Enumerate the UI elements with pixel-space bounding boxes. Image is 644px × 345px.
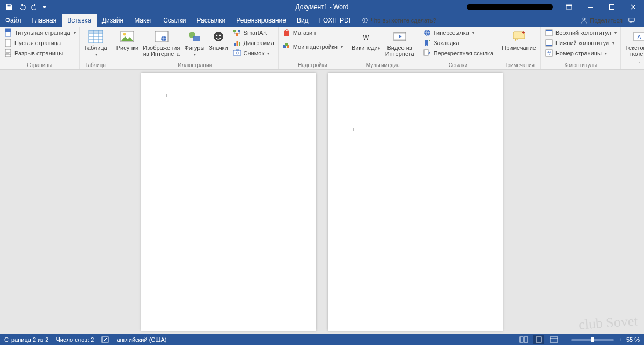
svg-text:W: W [363, 34, 369, 41]
cover-page-icon [4, 28, 12, 37]
tab-view[interactable]: Вид [291, 14, 314, 27]
tab-home[interactable]: Главная [27, 14, 62, 27]
wikipedia-icon: W [359, 29, 373, 44]
document-area[interactable]: ı ı [0, 70, 644, 334]
group-tables-label: Таблицы [82, 62, 109, 69]
zoom-out-button[interactable]: − [564, 336, 567, 343]
zoom-in-button[interactable]: + [618, 336, 621, 343]
ribbon-display-button[interactable] [558, 0, 580, 14]
document-title: Документ1 - Word [295, 3, 348, 11]
screenshot-button[interactable]: Снимок▾ [231, 48, 276, 58]
svg-rect-34 [234, 43, 236, 46]
svg-text:#: # [547, 50, 551, 56]
wikipedia-button[interactable]: W Википедия [349, 28, 383, 52]
chart-icon [233, 39, 241, 47]
share-label: Поделиться [590, 17, 623, 24]
tab-references[interactable]: Ссылки [158, 14, 191, 27]
pageno-icon: # [545, 49, 553, 57]
crossref-icon [423, 49, 431, 57]
tab-review[interactable]: Рецензирование [231, 14, 291, 27]
smartart-button[interactable]: SmartArt [231, 28, 276, 38]
comment-button[interactable]: + Примечание [500, 28, 538, 52]
window-controls [467, 0, 644, 14]
footer-button[interactable]: Нижний колонтитул▾ [543, 38, 618, 48]
title-bar: Документ1 - Word [0, 0, 644, 14]
icons-button[interactable]: Значки [207, 28, 230, 52]
cross-reference-button[interactable]: Перекрестная ссылка [421, 48, 495, 58]
tab-design[interactable]: Дизайн [97, 14, 129, 27]
page-break-button[interactable]: Разрыв страницы [2, 48, 77, 58]
svg-text:A: A [637, 34, 641, 40]
web-layout-button[interactable] [548, 335, 559, 344]
hyperlink-button[interactable]: Гиперссылка▾ [421, 28, 495, 38]
page-1[interactable]: ı [141, 73, 316, 331]
svg-rect-52 [546, 30, 552, 31]
blank-page-button[interactable]: Пустая страница [2, 38, 77, 48]
cover-page-button[interactable]: Титульная страница▾ [2, 28, 77, 38]
my-addins-button[interactable]: Мои надстройки▾ [281, 42, 345, 52]
minimize-button[interactable] [580, 0, 601, 14]
svg-rect-78 [550, 337, 558, 342]
svg-rect-48 [424, 50, 428, 55]
status-language[interactable]: английский (США) [116, 336, 166, 343]
tab-file[interactable]: Файл [0, 14, 27, 27]
ribbon: Титульная страница▾ Пустая страница Разр… [0, 27, 644, 70]
maximize-button[interactable] [601, 0, 623, 14]
bookmark-icon [423, 39, 431, 47]
tell-me-label: Что вы хотите сделать? [371, 17, 436, 24]
status-page[interactable]: Страница 2 из 2 [4, 336, 48, 343]
page-2[interactable]: ı [328, 73, 503, 331]
comments-pane-button[interactable] [628, 17, 640, 24]
ribbon-tabs: Файл Главная Вставка Дизайн Макет Ссылки… [0, 14, 644, 27]
save-button[interactable] [3, 1, 15, 13]
svg-rect-10 [5, 29, 11, 32]
group-links-label: Ссылки [421, 62, 495, 69]
online-video-button[interactable]: Видео изИнтернета [383, 28, 416, 58]
svg-rect-75 [520, 337, 523, 342]
qat-dropdown[interactable] [42, 1, 47, 13]
store-button[interactable]: Магазин [281, 28, 345, 38]
tab-foxit[interactable]: FOXIT PDF [314, 14, 358, 27]
group-illustrations: Рисунки Изображенияиз Интернета Фигуры▾ … [112, 27, 279, 69]
svg-rect-13 [5, 54, 11, 57]
comment-icon: + [512, 29, 526, 44]
bookmark-button[interactable]: Закладка [421, 38, 495, 48]
svg-rect-37 [233, 50, 241, 55]
print-layout-button[interactable] [533, 335, 544, 344]
share-button[interactable]: Поделиться [580, 17, 623, 24]
tab-insert[interactable]: Вставка [62, 14, 97, 27]
close-button[interactable] [623, 0, 644, 14]
online-pictures-button[interactable]: Изображенияиз Интернета [141, 28, 182, 58]
tell-me-search[interactable]: Что вы хотите сделать? [361, 14, 436, 27]
zoom-level[interactable]: 55 % [626, 336, 640, 343]
svg-rect-36 [239, 42, 240, 46]
svg-rect-54 [546, 45, 552, 46]
zoom-slider[interactable] [571, 339, 614, 341]
group-hf-label: Колонтитулы [543, 62, 618, 69]
textbox-button[interactable]: A Текстовоеполе ▾ [623, 28, 644, 58]
pictures-icon [120, 29, 134, 44]
svg-rect-42 [285, 43, 288, 46]
shapes-button[interactable]: Фигуры▾ [182, 28, 207, 58]
svg-point-30 [219, 35, 221, 36]
page-number-button[interactable]: #Номер страницы▾ [543, 48, 618, 58]
chart-button[interactable]: Диаграмма [231, 38, 276, 48]
redo-button[interactable] [29, 1, 41, 13]
group-tables: Таблица▾ Таблицы [80, 27, 112, 69]
collapse-ribbon-button[interactable]: ˆ [639, 62, 641, 68]
pictures-button[interactable]: Рисунки [114, 28, 141, 52]
table-button[interactable]: Таблица▾ [82, 28, 109, 58]
svg-text:+: + [522, 30, 525, 35]
svg-rect-32 [238, 30, 240, 32]
status-words[interactable]: Число слов: 2 [56, 336, 94, 343]
status-proofing-icon[interactable] [101, 336, 109, 343]
svg-rect-21 [89, 30, 103, 33]
header-button[interactable]: Верхний колонтитул▾ [543, 28, 618, 38]
svg-rect-11 [5, 39, 11, 47]
svg-rect-31 [233, 30, 236, 32]
tab-layout[interactable]: Макет [129, 14, 158, 27]
table-icon [88, 29, 103, 44]
tab-mailings[interactable]: Рассылки [191, 14, 231, 27]
read-mode-button[interactable] [518, 335, 529, 344]
undo-button[interactable] [16, 1, 28, 13]
